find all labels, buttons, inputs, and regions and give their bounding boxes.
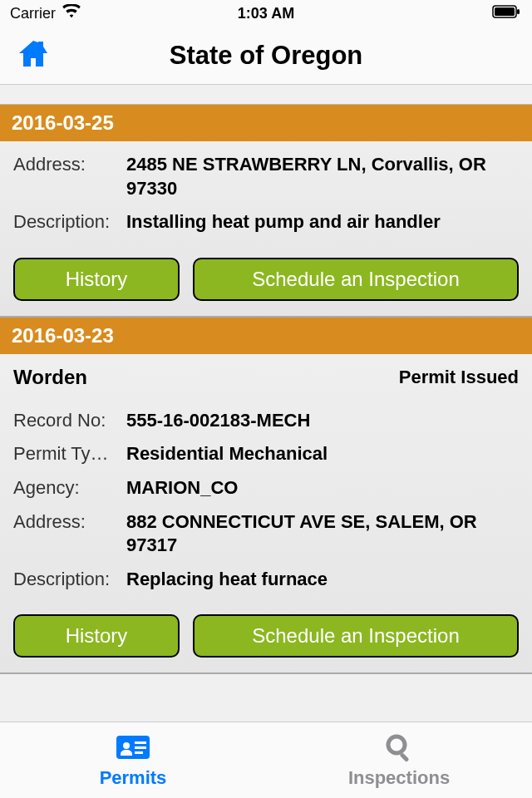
record-no-label: Record No: xyxy=(13,409,126,433)
svg-rect-5 xyxy=(135,741,146,744)
description-label: Description: xyxy=(13,568,126,592)
home-icon[interactable] xyxy=(17,37,50,74)
svg-rect-9 xyxy=(399,752,409,762)
id-card-icon xyxy=(115,732,151,766)
permits-list[interactable]: 2016-03-25 Address: 2485 NE STRAWBERRY L… xyxy=(0,105,532,722)
status-time: 1:03 AM xyxy=(238,5,294,22)
permit-type-label: Permit Ty… xyxy=(13,442,126,466)
description-value: Replacing heat furnace xyxy=(126,568,519,592)
address-label: Address: xyxy=(13,510,126,558)
search-icon xyxy=(384,732,414,766)
permit-card: 2016-03-25 Address: 2485 NE STRAWBERRY L… xyxy=(0,105,532,318)
permit-date: 2016-03-25 xyxy=(0,105,532,141)
battery-icon xyxy=(492,4,522,23)
tab-label: Permits xyxy=(100,767,167,789)
tab-permits[interactable]: Permits xyxy=(0,722,266,798)
svg-point-8 xyxy=(388,736,405,753)
header-separator xyxy=(0,85,532,105)
history-button[interactable]: History xyxy=(13,614,180,658)
svg-point-4 xyxy=(123,742,130,749)
svg-rect-6 xyxy=(135,746,146,749)
status-bar: Carrier 1:03 AM xyxy=(0,0,532,27)
page-title: State of Oregon xyxy=(170,41,363,71)
agency-label: Agency: xyxy=(13,476,126,500)
description-value: Installing heat pump and air handler xyxy=(126,210,519,234)
svg-rect-7 xyxy=(135,751,143,754)
permit-status: Permit Issued xyxy=(399,367,519,388)
address-value: 2485 NE STRAWBERRY LN, Corvallis, OR 973… xyxy=(126,153,519,200)
address-label: Address: xyxy=(13,153,126,200)
tab-inspections[interactable]: Inspections xyxy=(266,722,532,798)
permit-card: 2016-03-23 Worden Permit Issued Record N… xyxy=(0,318,532,675)
permit-date: 2016-03-23 xyxy=(0,318,532,354)
nav-header: State of Oregon xyxy=(0,27,532,85)
tab-label: Inspections xyxy=(348,767,450,789)
address-value: 882 CONNECTICUT AVE SE, SALEM, OR 97317 xyxy=(126,510,519,558)
svg-rect-1 xyxy=(495,7,515,16)
history-button[interactable]: History xyxy=(13,258,180,301)
carrier-label: Carrier xyxy=(10,5,56,22)
tab-bar: Permits Inspections xyxy=(0,722,532,798)
wifi-icon xyxy=(62,4,81,23)
permit-name: Worden xyxy=(13,366,87,389)
svg-rect-2 xyxy=(517,9,520,14)
schedule-inspection-button[interactable]: Schedule an Inspection xyxy=(193,614,519,658)
record-no-value: 555-16-002183-MECH xyxy=(126,409,519,433)
description-label: Description: xyxy=(13,210,126,234)
permit-type-value: Residential Mechanical xyxy=(126,442,519,466)
schedule-inspection-button[interactable]: Schedule an Inspection xyxy=(193,258,519,301)
agency-value: MARION_CO xyxy=(126,476,519,500)
